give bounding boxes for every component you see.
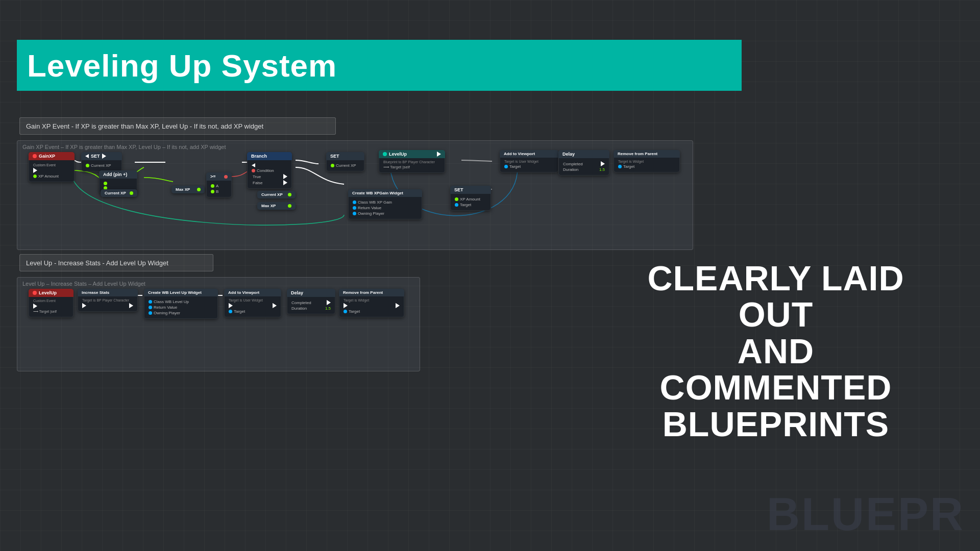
completed-pin	[601, 161, 605, 166]
completed-pin	[327, 300, 331, 305]
currentxp1-node: Current XP	[101, 189, 137, 197]
target-pin	[229, 310, 232, 313]
exec-out-pin	[102, 154, 106, 159]
levelup-label: LevelUp	[389, 152, 407, 157]
set1-label: SET	[91, 154, 100, 159]
true-pin	[283, 174, 287, 179]
increasestats-label: Increase Stats	[82, 290, 109, 295]
watermark: BLUEPR	[767, 488, 965, 541]
exec-in	[252, 163, 255, 167]
out	[288, 204, 291, 208]
exec-in	[229, 303, 233, 308]
removeparent2-node: Remove from Parent Target is Widget Targ…	[339, 289, 404, 317]
delay2-node: Delay Completed Duration1.5	[287, 289, 335, 314]
gainxp-node: GainXP Custom Event XP Amount	[29, 152, 75, 182]
set3-node: SET XP Amount Target	[450, 186, 491, 211]
levelup-sub: Blueprint to BP Player Character	[383, 160, 440, 164]
a-pin	[211, 184, 214, 188]
exec-out	[396, 303, 400, 308]
exec-out-pin	[33, 168, 37, 173]
target-pin	[618, 165, 622, 168]
xp-amount-label: XP Amount	[38, 174, 59, 179]
return-pin	[353, 206, 356, 210]
event-dot	[383, 152, 387, 156]
right-line3: BLUEPRINTS	[618, 406, 934, 442]
comment-bottom-label: Level Up - Increase Stats - Add Level Up…	[26, 259, 168, 267]
graph-bottom-sublabel: Level Up – Increase Stats – Add Level Up…	[22, 281, 145, 287]
removeparent2-sub: Target is Widget	[344, 298, 400, 302]
gainxp-label: GainXP	[39, 154, 55, 159]
removeparent2-label: Remove from Parent	[343, 290, 383, 295]
createwb-node: Create WB XPGain Widget Class WB XP Gain…	[348, 189, 422, 219]
levelup-node: LevelUp Blueprint to BP Player Character…	[379, 150, 445, 173]
in-pin	[104, 182, 107, 185]
delay2-label: Delay	[291, 290, 303, 295]
exec-out	[437, 152, 441, 157]
xp-amount-pin	[33, 174, 37, 178]
addviewport2-sub: Target is User Widget	[229, 298, 277, 302]
exec-out	[129, 303, 133, 308]
branch-label: Branch	[251, 154, 267, 159]
exec-in	[344, 303, 348, 308]
out	[288, 193, 291, 196]
delay-node: Delay Completed Duration1.5	[558, 150, 609, 176]
exec-in-pin	[85, 154, 89, 158]
exec-out	[33, 304, 37, 309]
owning-pin	[149, 311, 152, 315]
bool-out	[224, 175, 228, 179]
condition-pin	[252, 169, 255, 172]
duration-val: 1.5	[599, 167, 605, 172]
blueprint-area: Gain XP Event - If XP is greater than Ma…	[17, 117, 696, 378]
addviewport2-node: Add to Viewport Target is User Widget Ta…	[224, 289, 281, 317]
right-line1: CLEARLY LAID OUT	[618, 260, 934, 333]
graph-panel-top: Gain XP Event – If XP is greater than Ma…	[17, 140, 693, 250]
return-pin	[149, 306, 152, 309]
b-pin	[211, 190, 214, 193]
currentxp-pin	[86, 164, 89, 167]
addviewport-label: Add to Viewport	[504, 152, 535, 156]
addviewport2-label: Add to Viewport	[228, 290, 259, 295]
createwb-label: Create WB XPGain Widget	[352, 191, 403, 195]
comment-top-label: Gain XP Event - If XP is greater than Ma…	[26, 122, 263, 130]
currentxp-label: Current XP	[91, 163, 111, 168]
currentxp2-label: Current XP	[261, 192, 283, 197]
delay-label: Delay	[562, 152, 575, 157]
addviewport-sub: Target is User Widget	[504, 160, 554, 163]
maxxp1-node: Max XP	[172, 186, 205, 193]
maxxp2-node: Max XP	[257, 202, 296, 210]
createwb2-label: Create WB Level Up Widget	[148, 290, 202, 295]
right-line2: AND COMMENTED	[618, 333, 934, 406]
class-pin	[149, 300, 152, 304]
currentxp1-label: Current XP	[105, 191, 126, 195]
gainxp-customevent: Custom Event	[33, 163, 56, 167]
duration2-val: 1.5	[325, 306, 331, 311]
removeparent-sub: Target is Widget	[618, 160, 675, 163]
currentxp2-node: Current XP	[257, 191, 296, 198]
createwb2-node: Create WB Level Up Widget Class WB Level…	[144, 289, 218, 319]
header-title: Leveling Up System	[27, 47, 337, 84]
gte-label: >=	[210, 174, 216, 179]
graph-top-sublabel: Gain XP Event – If XP is greater than Ma…	[22, 144, 226, 150]
add-label: Add (pin +)	[103, 172, 127, 177]
maxxp1-label: Max XP	[176, 187, 190, 192]
addviewport-node: Add to Viewport Target is User Widget Ta…	[500, 150, 558, 172]
increasestats-sub: Target is BP Player Character	[82, 298, 133, 302]
right-text-block: CLEARLY LAID OUT AND COMMENTED BLUEPRINT…	[618, 260, 934, 442]
currentxp-pin	[331, 164, 334, 167]
removeparent-node: Remove from Parent Target is Widget Targ…	[614, 150, 680, 172]
levelup2-node: LevelUp Custom Event ⟶ Target |self	[29, 289, 74, 317]
out-pin	[130, 191, 133, 195]
out-pin	[197, 188, 201, 191]
event-dot2	[33, 291, 37, 295]
xp-pin	[455, 197, 458, 201]
target-self: ⟶ Target |self	[33, 310, 57, 314]
header-banner: Leveling Up System	[17, 40, 742, 91]
set3-label: SET	[454, 187, 463, 192]
exec-in	[82, 303, 86, 308]
exec-out	[273, 303, 277, 308]
levelup2-sub: Custom Event	[33, 299, 69, 303]
class-pin	[353, 201, 356, 204]
owning-pin	[353, 212, 356, 215]
set1-node: SET Current XP	[81, 152, 122, 171]
branch-node: Branch Condition True False	[247, 152, 292, 189]
